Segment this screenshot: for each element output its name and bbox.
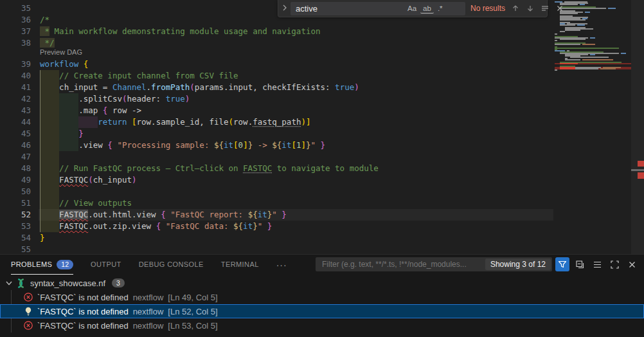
code-line-38[interactable]: */ [40,37,644,49]
whole-word-toggle[interactable]: ab [420,4,434,14]
problems-filter-box: Showing 3 of 12 [316,257,552,271]
line-number-37[interactable]: 37 [0,26,31,37]
code-line-39[interactable]: workflow { [40,59,644,70]
problems-file-row[interactable]: syntax_showcase.nf 3 [0,276,644,290]
ruler-error-mark [638,161,644,167]
line-number-46[interactable]: 46 [0,140,31,151]
view-as-table-icon[interactable] [590,257,604,271]
line-number-42[interactable]: 42 [0,93,31,105]
code-line-55[interactable] [40,244,644,255]
problems-count-badge: 12 [57,260,73,269]
tab-terminal[interactable]: TERMINAL [221,255,259,275]
line-number-39[interactable]: 39 [0,59,31,70]
code-line-41[interactable]: ch_input = Channel.fromPath(params.input… [40,82,644,93]
code-line-37[interactable]: * Main workflow demonstrating module usa… [40,26,644,37]
code-text: // Create input channel from CSV file [40,71,238,80]
showing-count-badge: Showing 3 of 12 [485,259,551,270]
code-area[interactable]: /* * Main workflow demonstrating module … [40,0,644,255]
next-match-icon[interactable] [526,4,535,13]
minimap[interactable] [555,1,630,253]
tab-label: OUTPUT [91,260,121,268]
ruler-cursor-mark [631,169,644,171]
code-line-45[interactable]: } [40,128,644,140]
line-number-40[interactable]: 40 [0,70,31,82]
code-text: .splitCsv(header: true) [40,94,190,104]
code-line-49[interactable]: FASTQC(ch_input) [40,174,644,186]
code-text: /* [40,15,49,24]
code-text: // Run FastQC process – Ctrl–click on FA… [40,163,379,173]
problem-location: [Ln 52, Col 5] [168,307,217,316]
code-text: FASTQC.out.html.view { "FastQC report: $… [40,210,287,219]
regex-toggle[interactable]: .* [435,4,445,13]
close-panel-icon[interactable] [625,257,639,271]
code-line-51[interactable]: // View outputs [40,197,644,209]
line-number-53[interactable]: 53 [0,221,31,232]
code-line-43[interactable]: .map { row -> [40,105,644,116]
code-line-46[interactable]: .view { "Processing sample: ${it[0]} -> … [40,140,644,151]
tab-debug-console[interactable]: DEBUG CONSOLE [139,255,204,275]
codelens-preview-dag[interactable]: Preview DAG [40,48,82,57]
match-case-toggle[interactable]: Aa [405,4,419,13]
line-number-54[interactable]: 54 [0,232,31,244]
code-line-47[interactable] [40,151,644,163]
line-number-52[interactable]: 52 [0,209,31,221]
line-number-48[interactable]: 48 [0,163,31,174]
code-text: */ [40,38,55,48]
previous-match-icon[interactable] [511,4,520,13]
code-text: // View outputs [40,198,132,208]
line-number-44[interactable]: 44 [0,116,31,128]
editor[interactable]: 3536373839404142434445464748495051525354… [0,0,644,255]
code-text: * Main workflow demonstrating module usa… [40,26,321,36]
code-line-40[interactable]: // Create input channel from CSV file [40,70,644,82]
line-number-47[interactable]: 47 [0,151,31,163]
minimap-row [555,48,630,49]
problems-file-count-badge: 3 [112,278,125,287]
indent-tint-l1 [40,186,59,197]
line-number-55[interactable]: 55 [0,244,31,255]
line-number-50[interactable]: 50 [0,186,31,197]
problem-row[interactable]: `FASTQC` is not definednextflow[Ln 49, C… [0,290,644,304]
code-line-53[interactable]: FASTQC.out.zip.view { "FastQC data: ${it… [40,221,644,232]
code-line-42[interactable]: .splitCsv(header: true) [40,93,644,105]
line-number-38[interactable]: 38 [0,37,31,49]
collapse-all-icon[interactable] [573,257,587,271]
line-number-45[interactable]: 45 [0,128,31,140]
maximize-panel-icon[interactable] [607,257,622,271]
line-number-35[interactable]: 35 [0,3,31,14]
line-number-gutter[interactable]: 3536373839404142434445464748495051525354… [0,0,31,255]
bottom-panel: PROBLEMS12OUTPUTDEBUG CONSOLETERMINAL···… [0,254,644,337]
code-line-48[interactable]: // Run FastQC process – Ctrl–click on FA… [40,163,644,174]
code-text: .view { "Processing sample: ${it[0]} -> … [40,140,325,150]
overview-ruler[interactable] [631,0,644,255]
find-in-selection-icon[interactable] [541,4,550,13]
problem-row[interactable]: `FASTQC` is not definednextflow[Ln 52, C… [0,304,644,318]
tab-label: TERMINAL [221,260,259,268]
find-input[interactable] [294,3,404,14]
line-number-51[interactable]: 51 [0,197,31,209]
code-text: return [row.sample_id, file(row.fastq_pa… [40,117,311,127]
close-find-icon[interactable] [555,4,564,13]
filter-toggle-button[interactable] [555,257,569,271]
toggle-replace-icon[interactable] [282,4,291,13]
tab-label: PROBLEMS [11,260,52,268]
line-number-41[interactable]: 41 [0,82,31,93]
tab-problems[interactable]: PROBLEMS12 [11,255,73,275]
code-text: ch_input = Channel.fromPath(params.input… [40,82,359,92]
code-text: FASTQC(ch_input) [40,175,137,185]
nextflow-file-icon [15,278,26,288]
tab-output[interactable]: OUTPUT [91,255,121,275]
problems-filter-input[interactable] [321,259,481,269]
panel-header: PROBLEMS12OUTPUTDEBUG CONSOLETERMINAL···… [0,255,644,275]
code-line-52[interactable]: FASTQC.out.html.view { "FastQC report: $… [40,209,644,221]
lightbulb-icon [23,306,33,316]
code-line-44[interactable]: return [row.sample_id, file(row.fastq_pa… [40,116,644,128]
problem-row[interactable]: `FASTQC` is not definednextflow[Ln 53, C… [0,318,644,332]
more-tabs-icon[interactable]: ··· [276,260,287,270]
line-number-36[interactable]: 36 [0,14,31,26]
chevron-down-icon[interactable] [4,278,14,288]
line-number-43[interactable]: 43 [0,105,31,116]
code-line-54[interactable]: } [40,232,644,244]
error-icon [23,292,33,302]
line-number-49[interactable]: 49 [0,174,31,186]
code-line-50[interactable] [40,186,644,197]
